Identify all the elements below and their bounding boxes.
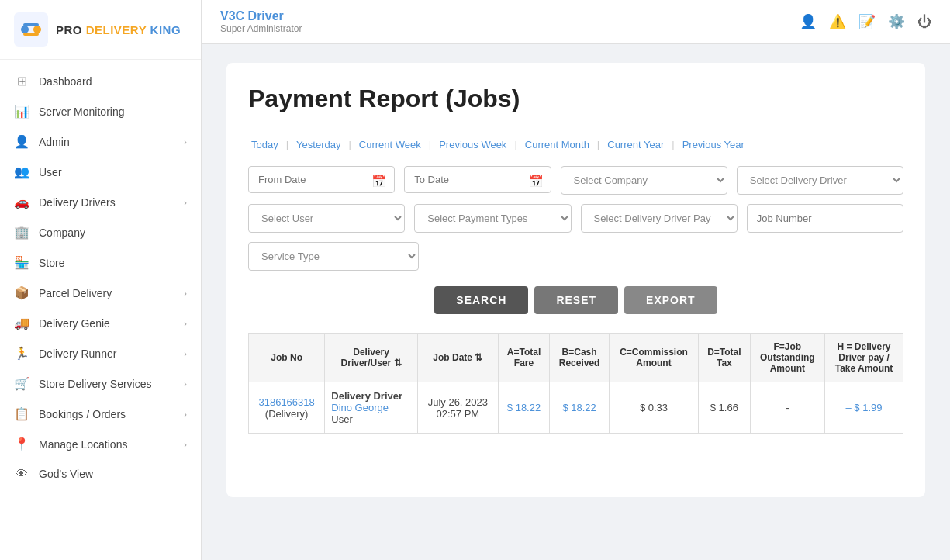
sidebar-item-manage-locations[interactable]: 📍 Manage Locations › — [0, 429, 201, 459]
alert-icon[interactable]: ⚠️ — [829, 13, 846, 30]
sidebar-item-delivery-genie[interactable]: 🚚 Delivery Genie › — [0, 308, 201, 338]
table-row: 3186166318 (Delivery) Delivery Driver Di… — [249, 382, 903, 434]
action-row: SEARCH RESET EXPORT — [248, 286, 903, 314]
col-outstanding: F=JobOutstandingAmount — [750, 334, 824, 382]
date-filter-current-month[interactable]: Current Month — [522, 137, 592, 152]
sidebar-nav: ⊞ Dashboard 📊 Server Monitoring 👤 Admin … — [0, 60, 201, 560]
sidebar-item-parcel-delivery[interactable]: 📦 Parcel Delivery › — [0, 278, 201, 308]
sidebar-item-label-parcel-delivery: Parcel Delivery — [39, 287, 112, 299]
cell-total-fare: $ 18.22 — [498, 382, 550, 434]
sidebar-item-label-dashboard: Dashboard — [39, 75, 92, 88]
date-filter-previous-week[interactable]: Previous Week — [436, 137, 510, 152]
total-fare-link[interactable]: $ 18.22 — [507, 402, 541, 413]
col-commission: C=CommissionAmount — [609, 334, 698, 382]
select-payment-types[interactable]: Select Payment Types — [414, 204, 571, 233]
sidebar-item-store[interactable]: 🏪 Store — [0, 247, 201, 278]
to-date-input[interactable] — [404, 166, 551, 193]
svg-point-2 — [33, 26, 41, 33]
sidebar-item-label-delivery-genie: Delivery Genie — [39, 317, 110, 330]
select-company[interactable]: Select Company — [561, 166, 727, 195]
logo-king: KING — [150, 23, 181, 36]
filter-row-1: 📅 📅 Select Company Select Delivery Drive… — [248, 166, 903, 195]
date-filter-current-week[interactable]: Current Week — [356, 137, 424, 152]
job-no-link[interactable]: 3186166318 — [258, 396, 314, 408]
cell-cash-received: $ 18.22 — [550, 382, 610, 434]
sidebar: PRO DELIVERY KING ⊞ Dashboard 📊 Server M… — [0, 0, 202, 560]
topbar: V3C Driver Super Administrator 👤 ⚠️ 📝 ⚙️… — [202, 0, 950, 44]
search-button[interactable]: SEARCH — [434, 286, 528, 314]
date-filter-sep-4: | — [597, 139, 599, 150]
chevron-icon-delivery-runner: › — [184, 349, 187, 358]
topbar-left: V3C Driver Super Administrator — [220, 9, 302, 34]
date-filter-previous-year[interactable]: Previous Year — [679, 137, 748, 152]
nav-icon-server-monitoring: 📊 — [14, 104, 29, 119]
svg-rect-3 — [23, 23, 39, 26]
topbar-icons: 👤 ⚠️ 📝 ⚙️ ⏻ — [800, 13, 931, 30]
topbar-title: V3C Driver — [220, 9, 302, 23]
chevron-icon-parcel-delivery: › — [184, 289, 187, 298]
sidebar-item-label-delivery-runner: Delivery Runner — [39, 347, 116, 360]
to-date-wrapper: 📅 — [404, 166, 551, 195]
cell-outstanding: - — [750, 382, 824, 434]
sidebar-item-bookings-orders[interactable]: 📋 Bookings / Orders › — [0, 399, 201, 429]
sidebar-item-server-monitoring[interactable]: 📊 Server Monitoring — [0, 96, 201, 126]
report-table: Job No DeliveryDriver/User ⇅ Job Date ⇅ … — [248, 333, 903, 434]
nav-icon-manage-locations: 📍 — [14, 437, 29, 451]
cash-received-link[interactable]: $ 18.22 — [562, 402, 596, 413]
sidebar-item-label-store-delivery-services: Store Delivery Services — [39, 378, 152, 390]
sidebar-item-delivery-runner[interactable]: 🏃 Delivery Runner › — [0, 338, 201, 368]
chevron-icon-admin: › — [184, 137, 187, 147]
select-delivery-driver[interactable]: Select Delivery Driver — [737, 166, 903, 195]
reset-button[interactable]: RESET — [534, 286, 618, 314]
nav-icon-dashboard: ⊞ — [14, 74, 29, 88]
content: Payment Report (Jobs) Today|Yesterday|Cu… — [202, 44, 950, 560]
date-filter-sep-3: | — [514, 139, 516, 150]
sidebar-item-label-company: Company — [39, 226, 85, 239]
nav-icon-delivery-drivers: 🚗 — [14, 195, 29, 209]
power-icon[interactable]: ⏻ — [917, 14, 931, 30]
cell-job-date: July 26, 202302:57 PM — [417, 382, 498, 434]
driver-pay-link[interactable]: – $ 1.99 — [846, 402, 883, 413]
chevron-icon-store-delivery-services: › — [184, 379, 187, 389]
sidebar-item-store-delivery-services[interactable]: 🛒 Store Delivery Services › — [0, 368, 201, 399]
svg-rect-4 — [23, 33, 39, 36]
nav-icon-store: 🏪 — [14, 255, 29, 270]
driver-sub: User — [331, 413, 352, 425]
col-job-date: Job Date ⇅ — [417, 334, 498, 382]
from-date-input[interactable] — [248, 166, 395, 193]
col-driver-pay: H = DeliveryDriver pay /Take Amount — [825, 334, 903, 382]
sidebar-item-label-manage-locations: Manage Locations — [39, 438, 127, 451]
chevron-icon-delivery-drivers: › — [184, 198, 187, 207]
sidebar-item-label-gods-view: God's View — [39, 468, 93, 480]
page-title: Payment Report (Jobs) — [248, 85, 903, 113]
sidebar-item-admin[interactable]: 👤 Admin › — [0, 126, 201, 157]
settings-icon[interactable]: ⚙️ — [888, 13, 905, 30]
nav-icon-parcel-delivery: 📦 — [14, 285, 29, 300]
cell-total-tax: $ 1.66 — [699, 382, 751, 434]
sidebar-item-delivery-drivers[interactable]: 🚗 Delivery Drivers › — [0, 187, 201, 217]
date-filter-yesterday[interactable]: Yesterday — [293, 137, 344, 152]
main-area: V3C Driver Super Administrator 👤 ⚠️ 📝 ⚙️… — [202, 0, 950, 560]
nav-icon-user: 👥 — [14, 164, 29, 179]
date-filter-sep-0: | — [286, 139, 288, 150]
job-number-input[interactable] — [747, 204, 903, 233]
date-filter-sep-1: | — [348, 139, 351, 150]
service-type[interactable]: Service Type — [248, 242, 419, 271]
sidebar-item-gods-view[interactable]: 👁 God's View — [0, 459, 201, 489]
sidebar-item-company[interactable]: 🏢 Company — [0, 217, 201, 247]
table-body: 3186166318 (Delivery) Delivery Driver Di… — [249, 382, 903, 434]
cell-commission: $ 0.33 — [609, 382, 698, 434]
driver-link[interactable]: Dino George — [331, 402, 389, 413]
filter-row-2: Select User Select Payment Types Select … — [248, 204, 903, 233]
logo-delivery: DELIVERY — [86, 23, 147, 36]
date-filter-today[interactable]: Today — [248, 137, 282, 152]
select-delivery-driver-pay[interactable]: Select Delivery Driver Pay — [581, 204, 738, 233]
export-button[interactable]: EXPORT — [624, 286, 717, 314]
date-filter-current-year[interactable]: Current Year — [604, 137, 667, 152]
select-user[interactable]: Select User — [248, 204, 405, 233]
user-icon[interactable]: 👤 — [800, 13, 817, 30]
sidebar-item-user[interactable]: 👥 User — [0, 157, 201, 187]
notes-icon[interactable]: 📝 — [858, 13, 876, 30]
nav-icon-gods-view: 👁 — [14, 467, 29, 481]
sidebar-item-dashboard[interactable]: ⊞ Dashboard — [0, 66, 201, 96]
